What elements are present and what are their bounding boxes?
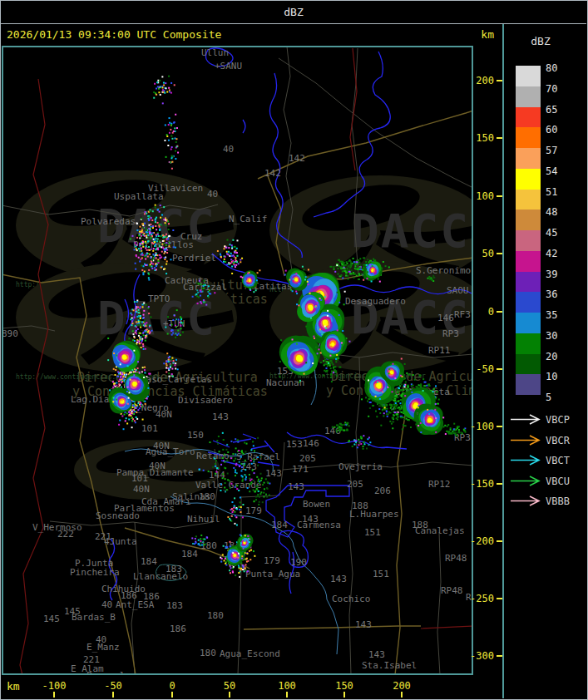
bottom-axis-label: -100: [37, 680, 71, 692]
bottom-axis-tick: [343, 692, 345, 698]
colorbar-title: dBZ: [504, 35, 577, 47]
colorbar-value: 36: [546, 288, 557, 300]
bottom-axis-tick: [53, 692, 55, 698]
arrow-icon: [510, 413, 541, 429]
bottom-axis-tick: [229, 692, 230, 698]
colorbar-swatch: [516, 251, 541, 272]
colorbar-value: 51: [546, 186, 557, 198]
legend-label: VBCP: [546, 414, 570, 426]
colorbar-value: 65: [546, 104, 557, 116]
header-bar: 2026/01/13 09:34:00 UTC Composite km: [1, 24, 502, 46]
right-axis-tick: [497, 655, 502, 657]
colorbar-swatch: [516, 272, 541, 293]
bottom-axis-tick: [286, 692, 288, 698]
bottom-axis-tick: [401, 692, 403, 698]
colorbar-value: 42: [546, 248, 557, 259]
legend-label: VBCT: [546, 455, 570, 466]
colorbar-value: 35: [546, 309, 557, 321]
right-axis-tick: [497, 598, 502, 599]
bottom-axis-unit: km: [7, 680, 20, 693]
colorbar-swatch: [516, 374, 541, 395]
bottom-axis-label: 200: [385, 680, 418, 692]
colorbar-swatch: [516, 148, 541, 169]
bottom-axis-tick: [171, 692, 173, 698]
right-axis-tick: [497, 137, 502, 139]
colorbar-swatch: [516, 169, 541, 190]
bottom-axis-tick: [112, 692, 114, 698]
colorbar-swatch: [516, 230, 541, 251]
colorbar-swatch: [516, 354, 541, 375]
right-axis-tick: [497, 426, 502, 427]
arrow-icon: [510, 495, 541, 510]
colorbar-swatch: [516, 107, 541, 128]
colorbar-value: 45: [546, 227, 557, 239]
arrow-icon: [510, 454, 541, 470]
right-axis-tick: [497, 195, 502, 197]
colorbar-value: 57: [546, 145, 557, 156]
colorbar-value: 30: [546, 330, 557, 342]
colorbar-value: 48: [546, 206, 557, 218]
colorbar-value: 70: [546, 83, 557, 95]
right-axis-tick: [497, 80, 502, 81]
colorbar-swatch: [516, 127, 541, 148]
colorbar-value: 54: [546, 165, 557, 177]
bottom-axis-label: -50: [96, 680, 130, 692]
window-title: dBZ: [1, 1, 586, 24]
colorbar-value: 80: [546, 62, 557, 74]
window-title-text: dBZ: [284, 6, 303, 18]
colorbar-value: 5: [546, 392, 551, 403]
colorbar-swatch: [516, 66, 541, 86]
colorbar-value: 10: [546, 371, 557, 382]
colorbar-swatch: [516, 292, 541, 313]
timestamp-label: 2026/01/13 09:34:00 UTC Composite: [7, 28, 221, 41]
right-axis-tick: [497, 253, 502, 254]
right-axis-tick: [497, 483, 502, 485]
legend-label: VBBB: [546, 495, 570, 507]
colorbar-swatch: [516, 313, 541, 333]
legend-label: VBCR: [546, 435, 570, 446]
legend-label: VBCU: [546, 476, 570, 487]
bottom-axis-label: 0: [156, 680, 189, 692]
radar-map: DACCDirección de Agriculturay Contingenc…: [2, 46, 473, 675]
right-axis-tick: [497, 311, 502, 313]
colorbar-swatch: [516, 210, 541, 230]
right-axis-tick: [497, 540, 502, 542]
arrow-icon: [510, 475, 541, 490]
colorbar-value: 39: [546, 269, 557, 280]
colorbar-swatch: [516, 190, 541, 210]
right-axis-tick: [497, 368, 502, 370]
radar-echo-canvas: [3, 47, 472, 673]
arrow-icon: [510, 434, 541, 450]
colorbar-value: 20: [546, 351, 557, 362]
colorbar-swatch: [516, 86, 541, 107]
bottom-axis-label: 100: [270, 680, 304, 692]
bottom-axis-label: 50: [213, 680, 246, 692]
bottom-axis-label: 150: [328, 680, 361, 692]
colorbar-value: 60: [546, 124, 557, 136]
colorbar-swatch: [516, 333, 541, 354]
right-axis-unit: km: [481, 28, 494, 41]
